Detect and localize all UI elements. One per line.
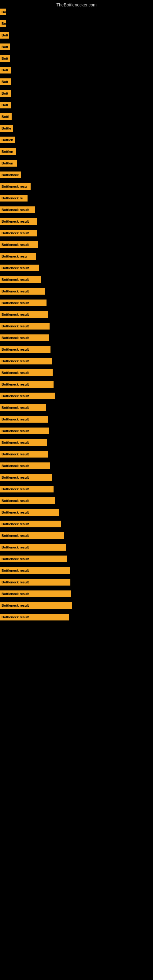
list-item: Bottleneck result — [0, 437, 153, 449]
bar-label: Bottleneck result — [0, 265, 39, 271]
bar-label: Bottleneck result — [0, 369, 53, 376]
bar-label: Bottleneck result — [0, 393, 55, 399]
list-item: Bottleneck resu — [0, 181, 153, 192]
bar-label: Bott — [0, 102, 11, 108]
bar-label: Bottleneck result — [0, 544, 66, 550]
list-item: Bott — [0, 88, 153, 99]
bar-label: Bottleneck result — [0, 614, 69, 620]
bar-label: Bottleneck result — [0, 323, 49, 329]
bar-label: Bottleneck result — [0, 207, 35, 213]
list-item: Bottleneck result — [0, 332, 153, 344]
bar-label: Bottleneck re — [0, 195, 27, 202]
list-item: Bottleneck result — [0, 565, 153, 576]
list-item: Bott — [0, 76, 153, 88]
list-item: Bottleneck result — [0, 402, 153, 414]
list-item: Bottleneck result — [0, 344, 153, 355]
list-item: Bottleneck result — [0, 541, 153, 553]
bar-label: Bottleneck result — [0, 463, 50, 469]
list-item: Bott — [0, 64, 153, 76]
bar-label: Bottlen — [0, 160, 17, 167]
list-item: Bottleneck result — [0, 506, 153, 518]
list-item: Bottleneck result — [0, 320, 153, 332]
list-item: Bott — [0, 41, 153, 52]
bar-label: Bottleneck result — [0, 439, 47, 446]
list-item: Bottleneck result — [0, 518, 153, 530]
list-item: Bottleneck result — [0, 576, 153, 588]
bar-label: Bo — [0, 9, 6, 15]
list-item: Bottleneck result — [0, 285, 153, 297]
bar-label: Bottleneck result — [0, 520, 61, 527]
list-item: Bottleneck result — [0, 204, 153, 216]
bar-label: Bottlen — [0, 137, 15, 143]
bar-label: Bottleneck result — [0, 381, 54, 388]
list-item: Bottleneck result — [0, 367, 153, 379]
list-item: Bottleneck result — [0, 425, 153, 437]
bar-label: Bottle — [0, 125, 13, 132]
list-item: Bottleneck result — [0, 611, 153, 623]
bar-label: Bottleneck result — [0, 299, 46, 306]
bar-label: Bottleneck result — [0, 555, 67, 562]
bar-label: Bottleneck result — [0, 334, 49, 341]
bar-label: Bottleneck result — [0, 590, 71, 597]
bar-label: Bottleneck resu — [0, 183, 30, 190]
list-item: Bottleneck result — [0, 553, 153, 565]
list-item: Bottleneck result — [0, 460, 153, 472]
list-item: Bottleneck result — [0, 390, 153, 402]
bar-label: Bottleneck result — [0, 497, 55, 504]
list-item: Bottleneck result — [0, 297, 153, 309]
bar-label: Bo — [0, 20, 6, 27]
list-item: Bottl — [0, 111, 153, 123]
bar-label: Bottleneck — [0, 172, 21, 178]
list-item: Bottleneck result — [0, 355, 153, 367]
bar-label: Bottleneck result — [0, 602, 72, 609]
bar-label: Bottleneck result — [0, 276, 41, 283]
list-item: Bottleneck result — [0, 414, 153, 425]
list-item: Bottleneck result — [0, 309, 153, 320]
list-item: Bo — [0, 18, 153, 29]
bar-label: Bottleneck result — [0, 416, 48, 423]
list-item: Bottleneck re — [0, 192, 153, 204]
bar-label: Bott — [0, 55, 10, 62]
bar-label: Bottl — [0, 113, 12, 120]
list-item: Bottleneck result — [0, 239, 153, 250]
list-item: Bottleneck result — [0, 483, 153, 495]
bar-label: Bott — [0, 67, 11, 73]
bar-label: Bottlen — [0, 148, 16, 155]
list-item: Bottleneck result — [0, 216, 153, 227]
list-item: Bott — [0, 52, 153, 64]
list-item: Bottleneck result — [0, 495, 153, 506]
bar-label: Bottleneck result — [0, 451, 48, 458]
bar-label: Bott — [0, 78, 11, 85]
list-item: Bottleneck resu — [0, 250, 153, 262]
bar-label: Bottleneck result — [0, 486, 54, 492]
bar-label: Bottleneck result — [0, 474, 52, 481]
bar-label: Bottleneck result — [0, 346, 51, 353]
list-item: Bo — [0, 6, 153, 18]
list-item: Bott — [0, 29, 153, 41]
bar-label: Bottleneck result — [0, 532, 64, 539]
list-item: Bottleneck result — [0, 227, 153, 239]
list-item: Bottlen — [0, 134, 153, 146]
bar-label: Bott — [0, 32, 9, 38]
bar-label: Bottleneck result — [0, 230, 37, 236]
list-item: Bottleneck result — [0, 472, 153, 483]
bar-label: Bottleneck result — [0, 428, 49, 434]
list-item: Bott — [0, 99, 153, 111]
list-item: Bottleneck result — [0, 530, 153, 541]
bar-label: Bottleneck result — [0, 404, 46, 411]
list-item: Bottleneck result — [0, 588, 153, 600]
bar-label: Bottleneck result — [0, 358, 52, 364]
list-item: Bottlen — [0, 158, 153, 169]
bar-label: Bottleneck result — [0, 311, 48, 318]
bar-label: Bottleneck result — [0, 579, 70, 585]
bar-label: Bott — [0, 90, 11, 97]
list-item: Bottleneck result — [0, 600, 153, 611]
list-item: Bottleneck result — [0, 379, 153, 390]
list-item: Bottleneck result — [0, 274, 153, 285]
bar-label: Bottleneck result — [0, 241, 38, 248]
list-item: Bottle — [0, 123, 153, 134]
list-item: Bottleneck — [0, 169, 153, 181]
bar-label: Bottleneck result — [0, 218, 37, 225]
bar-label: Bottleneck result — [0, 567, 70, 574]
list-item: Bottlen — [0, 146, 153, 158]
